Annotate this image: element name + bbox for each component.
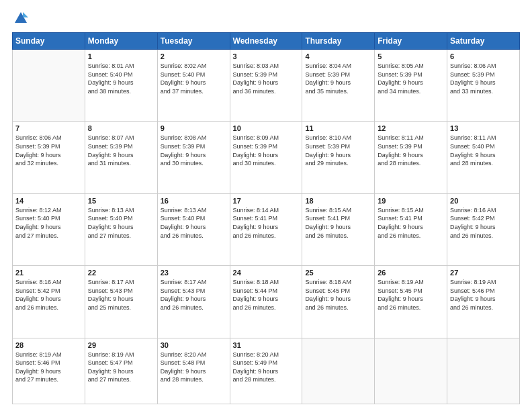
day-number: 3 [233, 52, 300, 60]
weekday-header-wednesday: Wednesday [230, 33, 302, 50]
day-number: 18 [305, 197, 371, 205]
cell-info: Sunrise: 8:06 AMSunset: 5:39 PMDaylight:… [450, 62, 517, 95]
day-number: 27 [450, 269, 517, 277]
calendar-cell [13, 50, 85, 122]
day-number: 17 [233, 197, 300, 205]
weekday-header-sunday: Sunday [13, 33, 85, 50]
calendar-cell: 30Sunrise: 8:20 AMSunset: 5:48 PMDayligh… [157, 338, 230, 404]
day-number: 22 [88, 269, 154, 277]
day-number: 28 [15, 341, 82, 349]
cell-info: Sunrise: 8:15 AMSunset: 5:41 PMDaylight:… [378, 206, 444, 240]
day-number: 16 [161, 197, 227, 205]
cell-info: Sunrise: 8:05 AMSunset: 5:39 PMDaylight:… [378, 62, 444, 95]
calendar-cell: 21Sunrise: 8:16 AMSunset: 5:42 PMDayligh… [13, 266, 85, 338]
calendar-cell: 7Sunrise: 8:06 AMSunset: 5:39 PMDaylight… [13, 122, 85, 193]
calendar-cell: 13Sunrise: 8:11 AMSunset: 5:40 PMDayligh… [447, 122, 520, 193]
cell-info: Sunrise: 8:18 AMSunset: 5:44 PMDaylight:… [233, 278, 300, 312]
calendar-body: 1Sunrise: 8:01 AMSunset: 5:40 PMDaylight… [13, 50, 520, 404]
calendar-week-row: 1Sunrise: 8:01 AMSunset: 5:40 PMDaylight… [13, 50, 520, 122]
calendar-cell: 22Sunrise: 8:17 AMSunset: 5:43 PMDayligh… [85, 266, 157, 338]
calendar-week-row: 28Sunrise: 8:19 AMSunset: 5:46 PMDayligh… [13, 338, 520, 404]
day-number: 24 [233, 269, 300, 277]
cell-info: Sunrise: 8:20 AMSunset: 5:48 PMDaylight:… [161, 351, 227, 384]
cell-info: Sunrise: 8:06 AMSunset: 5:39 PMDaylight:… [15, 134, 82, 167]
day-number: 21 [15, 269, 82, 277]
logo [12, 11, 28, 26]
day-number: 14 [15, 197, 82, 205]
cell-info: Sunrise: 8:19 AMSunset: 5:46 PMDaylight:… [450, 278, 517, 312]
day-number: 26 [378, 269, 444, 277]
cell-info: Sunrise: 8:12 AMSunset: 5:40 PMDaylight:… [15, 206, 82, 240]
header [12, 11, 520, 26]
calendar-week-row: 14Sunrise: 8:12 AMSunset: 5:40 PMDayligh… [13, 193, 520, 265]
calendar-week-row: 21Sunrise: 8:16 AMSunset: 5:42 PMDayligh… [13, 266, 520, 338]
day-number: 13 [450, 124, 517, 132]
day-number: 30 [161, 341, 227, 349]
calendar-cell: 10Sunrise: 8:09 AMSunset: 5:39 PMDayligh… [230, 122, 302, 193]
calendar-cell [302, 338, 375, 404]
cell-info: Sunrise: 8:09 AMSunset: 5:39 PMDaylight:… [233, 134, 300, 167]
day-number: 6 [450, 52, 517, 60]
cell-info: Sunrise: 8:02 AMSunset: 5:40 PMDaylight:… [161, 62, 227, 95]
calendar-table: SundayMondayTuesdayWednesdayThursdayFrid… [12, 32, 520, 404]
day-number: 1 [88, 52, 154, 60]
calendar-cell: 29Sunrise: 8:19 AMSunset: 5:47 PMDayligh… [85, 338, 157, 404]
day-number: 20 [450, 197, 517, 205]
calendar-cell: 4Sunrise: 8:04 AMSunset: 5:39 PMDaylight… [302, 50, 375, 122]
calendar-cell: 5Sunrise: 8:05 AMSunset: 5:39 PMDaylight… [375, 50, 447, 122]
weekday-header-thursday: Thursday [302, 33, 375, 50]
calendar-cell [447, 338, 520, 404]
calendar-cell: 19Sunrise: 8:15 AMSunset: 5:41 PMDayligh… [375, 193, 447, 265]
day-number: 29 [88, 341, 154, 349]
weekday-header-saturday: Saturday [447, 33, 520, 50]
calendar-cell: 12Sunrise: 8:11 AMSunset: 5:39 PMDayligh… [375, 122, 447, 193]
calendar-cell: 25Sunrise: 8:18 AMSunset: 5:45 PMDayligh… [302, 266, 375, 338]
page: SundayMondayTuesdayWednesdayThursdayFrid… [0, 0, 532, 411]
weekday-header-tuesday: Tuesday [157, 33, 230, 50]
day-number: 2 [161, 52, 227, 60]
cell-info: Sunrise: 8:15 AMSunset: 5:41 PMDaylight:… [305, 206, 371, 240]
day-number: 31 [233, 341, 300, 349]
cell-info: Sunrise: 8:19 AMSunset: 5:47 PMDaylight:… [88, 351, 154, 384]
calendar-week-row: 7Sunrise: 8:06 AMSunset: 5:39 PMDaylight… [13, 122, 520, 193]
calendar-cell: 6Sunrise: 8:06 AMSunset: 5:39 PMDaylight… [447, 50, 520, 122]
calendar-cell: 31Sunrise: 8:20 AMSunset: 5:49 PMDayligh… [230, 338, 302, 404]
day-number: 10 [233, 124, 300, 132]
calendar-cell: 9Sunrise: 8:08 AMSunset: 5:39 PMDaylight… [157, 122, 230, 193]
day-number: 23 [161, 269, 227, 277]
cell-info: Sunrise: 8:03 AMSunset: 5:39 PMDaylight:… [233, 62, 300, 95]
day-number: 25 [305, 269, 371, 277]
calendar-cell: 24Sunrise: 8:18 AMSunset: 5:44 PMDayligh… [230, 266, 302, 338]
calendar-cell: 26Sunrise: 8:19 AMSunset: 5:45 PMDayligh… [375, 266, 447, 338]
calendar-cell: 23Sunrise: 8:17 AMSunset: 5:43 PMDayligh… [157, 266, 230, 338]
cell-info: Sunrise: 8:11 AMSunset: 5:40 PMDaylight:… [450, 134, 517, 167]
calendar-cell: 2Sunrise: 8:02 AMSunset: 5:40 PMDaylight… [157, 50, 230, 122]
calendar-cell: 11Sunrise: 8:10 AMSunset: 5:39 PMDayligh… [302, 122, 375, 193]
weekday-header-friday: Friday [375, 33, 447, 50]
cell-info: Sunrise: 8:08 AMSunset: 5:39 PMDaylight:… [161, 134, 227, 167]
calendar-cell: 18Sunrise: 8:15 AMSunset: 5:41 PMDayligh… [302, 193, 375, 265]
cell-info: Sunrise: 8:19 AMSunset: 5:45 PMDaylight:… [378, 278, 444, 312]
cell-info: Sunrise: 8:16 AMSunset: 5:42 PMDaylight:… [15, 278, 82, 312]
calendar-cell: 27Sunrise: 8:19 AMSunset: 5:46 PMDayligh… [447, 266, 520, 338]
cell-info: Sunrise: 8:13 AMSunset: 5:40 PMDaylight:… [88, 206, 154, 240]
cell-info: Sunrise: 8:14 AMSunset: 5:41 PMDaylight:… [233, 206, 300, 240]
day-number: 7 [15, 124, 82, 132]
cell-info: Sunrise: 8:17 AMSunset: 5:43 PMDaylight:… [161, 278, 227, 312]
day-number: 15 [88, 197, 154, 205]
day-number: 4 [305, 52, 371, 60]
cell-info: Sunrise: 8:11 AMSunset: 5:39 PMDaylight:… [378, 134, 444, 167]
calendar-cell: 1Sunrise: 8:01 AMSunset: 5:40 PMDaylight… [85, 50, 157, 122]
svg-marker-1 [23, 12, 28, 17]
weekday-header-row: SundayMondayTuesdayWednesdayThursdayFrid… [13, 33, 520, 50]
day-number: 5 [378, 52, 444, 60]
calendar-cell: 14Sunrise: 8:12 AMSunset: 5:40 PMDayligh… [13, 193, 85, 265]
day-number: 8 [88, 124, 154, 132]
day-number: 9 [161, 124, 227, 132]
cell-info: Sunrise: 8:10 AMSunset: 5:39 PMDaylight:… [305, 134, 371, 167]
calendar-cell: 8Sunrise: 8:07 AMSunset: 5:39 PMDaylight… [85, 122, 157, 193]
calendar-cell: 28Sunrise: 8:19 AMSunset: 5:46 PMDayligh… [13, 338, 85, 404]
calendar-cell: 15Sunrise: 8:13 AMSunset: 5:40 PMDayligh… [85, 193, 157, 265]
cell-info: Sunrise: 8:01 AMSunset: 5:40 PMDaylight:… [88, 62, 154, 95]
cell-info: Sunrise: 8:19 AMSunset: 5:46 PMDaylight:… [15, 351, 82, 384]
